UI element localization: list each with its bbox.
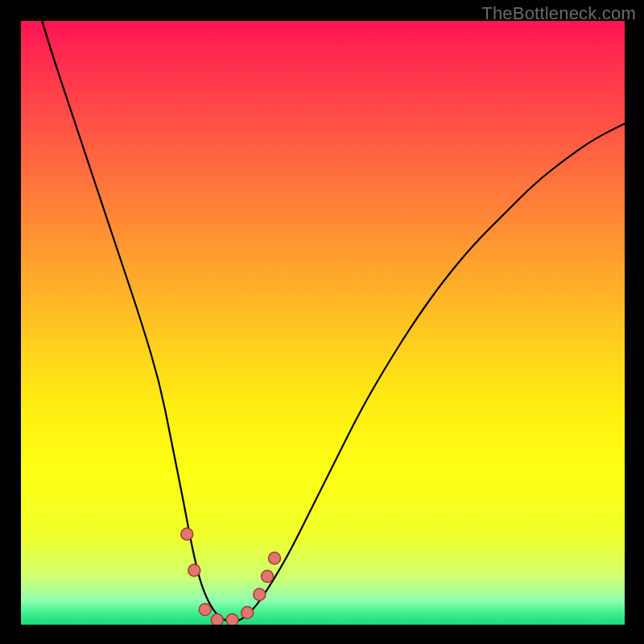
curve-markers — [181, 528, 281, 625]
curve-marker — [242, 607, 254, 619]
curve-marker — [269, 552, 281, 564]
curve-marker — [211, 614, 223, 625]
curve-marker — [226, 614, 238, 625]
chart-background — [21, 21, 625, 625]
bottleneck-curve — [33, 21, 625, 621]
watermark-text: TheBottleneck.com — [481, 3, 636, 24]
curve-marker — [188, 564, 200, 576]
curve-marker — [262, 571, 274, 583]
chart-svg — [21, 21, 625, 625]
curve-marker — [254, 588, 266, 601]
curve-marker — [199, 604, 211, 616]
curve-marker — [181, 528, 193, 540]
